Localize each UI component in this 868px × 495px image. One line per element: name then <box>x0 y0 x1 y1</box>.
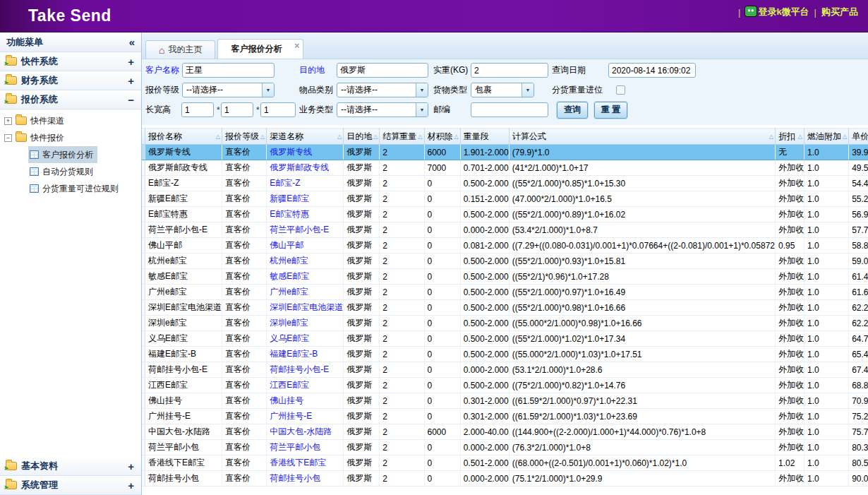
sidebar-section-快件系统[interactable]: ➤快件系统+ <box>0 52 141 71</box>
tree-expander-icon[interactable]: − <box>4 134 12 142</box>
tree-node-快件报价[interactable]: −快件报价 <box>4 129 141 146</box>
tree-expander-icon[interactable]: + <box>4 117 12 125</box>
cell-channel[interactable]: 荷邮挂号小包-E <box>267 362 344 378</box>
cell-channel[interactable]: 中国大包-水陆路 <box>267 424 344 440</box>
sidebar-item-分货重量可进位规则[interactable]: 分货重量可进位规则 <box>28 180 123 197</box>
table-row[interactable]: 广州挂号-E直客价广州挂号-E俄罗斯200.301-2.000((61.59*2… <box>142 409 868 424</box>
table-row[interactable]: 杭州e邮宝直客价杭州e邮宝俄罗斯200.500-2.000((55*2/1.00… <box>142 254 868 269</box>
expand-toggle-icon[interactable]: + <box>128 56 134 68</box>
query-date-input[interactable] <box>608 63 696 78</box>
cell-channel[interactable]: 俄罗斯专线 <box>267 145 344 160</box>
actual-weight-input[interactable] <box>471 63 548 78</box>
table-row[interactable]: 佛山挂号直客价佛山挂号俄罗斯200.301-2.000((61.59*2/1.0… <box>142 393 868 409</box>
table-row[interactable]: 佛山平邮直客价佛山平邮俄罗斯200.081-2.000((7.29+((0.08… <box>142 238 868 254</box>
table-row[interactable]: E邮宝特惠直客价E邮宝特惠俄罗斯200.500-2.000((55*2/1.00… <box>142 207 868 222</box>
cell-channel[interactable]: 深圳E邮宝电池渠道 <box>267 300 344 316</box>
cell-channel[interactable]: 新疆E邮宝 <box>267 191 344 207</box>
chevron-down-icon: ▼ <box>262 83 274 97</box>
sidebar-section-系统管理[interactable]: ➤系统管理+ <box>0 476 141 495</box>
table-row[interactable]: 福建E邮宝-B直客价福建E邮宝-B俄罗斯200.500-2.000((55.00… <box>142 347 868 362</box>
cell-channel[interactable]: E邮宝特惠 <box>267 207 344 222</box>
sidebar-section-报价系统[interactable]: ➤报价系统− <box>0 90 141 109</box>
home-icon: ⌂ <box>159 45 164 55</box>
table-row[interactable]: 俄罗斯专线直客价俄罗斯专线俄罗斯260001.901-2.000(79.9)*1… <box>142 145 868 160</box>
cargo-type-select[interactable]: 包裹▼ <box>471 83 534 97</box>
expand-toggle-icon[interactable]: + <box>128 460 134 472</box>
tree-node-快件渠道[interactable]: +快件渠道 <box>4 112 141 129</box>
login-kwei-link[interactable]: 登录k微平台 <box>745 6 809 18</box>
table-row[interactable]: 深圳E邮宝电池渠道直客价深圳E邮宝电池渠道俄罗斯200.500-2.000((5… <box>142 300 868 316</box>
cell-channel[interactable]: 杭州e邮宝 <box>267 254 344 269</box>
close-icon[interactable]: × <box>294 40 300 51</box>
table-row[interactable]: 义乌E邮宝直客价义乌E邮宝俄罗斯200.500-2.000((55*2/1.00… <box>142 331 868 347</box>
reset-button[interactable]: 重 置 <box>594 102 627 119</box>
column-header-目的地[interactable]: 目的地△ <box>344 129 380 145</box>
table-row[interactable]: 中国大包-水陆路直客价中国大包-水陆路俄罗斯260002.000-40.00((… <box>142 424 868 440</box>
cell-channel[interactable]: 义乌E邮宝 <box>267 331 344 347</box>
tab-客户报价分析[interactable]: 客户报价分析× <box>217 39 303 59</box>
column-header-重量段[interactable]: 重量段 <box>460 129 509 145</box>
column-header-计算公式[interactable]: 计算公式△ <box>509 129 775 145</box>
table-row[interactable]: 香港线下E邮宝直客价香港线下E邮宝俄罗斯200.501-2.000((68.00… <box>142 455 868 471</box>
table-row[interactable]: 敏感E邮宝直客价敏感E邮宝俄罗斯200.500-2.000((55*2/1)*0… <box>142 269 868 285</box>
cell-grade: 直客价 <box>222 440 267 455</box>
table-row[interactable]: 荷邮挂号小包直客价荷邮挂号小包俄罗斯200.000-2.000(75.1*2/1… <box>142 471 868 487</box>
business-type-select[interactable]: --请选择--▼ <box>337 102 428 117</box>
table-row[interactable]: 俄罗斯邮政专线直客价俄罗斯邮政专线俄罗斯270000.701-2.000(41*… <box>142 160 868 176</box>
zipcode-input[interactable] <box>471 102 548 117</box>
search-button[interactable]: 查询 <box>557 102 588 119</box>
column-header-折扣[interactable]: 折扣△ <box>776 129 804 145</box>
cell-channel[interactable]: 福建E邮宝-B <box>267 347 344 362</box>
expand-toggle-icon[interactable]: + <box>128 75 134 87</box>
column-header-材积除[interactable]: 材积除△ <box>424 129 460 145</box>
width-input[interactable] <box>221 102 253 117</box>
cell-channel[interactable]: 佛山平邮 <box>267 238 344 254</box>
expand-toggle-icon[interactable]: − <box>128 94 134 106</box>
cell-channel[interactable]: 荷邮挂号小包 <box>267 471 344 487</box>
cell-channel[interactable]: 佛山挂号 <box>267 393 344 409</box>
length-input[interactable] <box>181 102 214 117</box>
sidebar-section-基本资料[interactable]: ➤基本资料+ <box>0 457 141 476</box>
cell-grade: 直客价 <box>222 409 267 424</box>
expand-toggle-icon[interactable]: + <box>128 479 134 491</box>
cell-channel[interactable]: 香港线下E邮宝 <box>267 455 344 471</box>
cell-channel[interactable]: 深圳e邮宝 <box>267 316 344 331</box>
cell-channel[interactable]: 广州e邮宝 <box>267 285 344 300</box>
height-input[interactable] <box>260 102 296 117</box>
column-header-渠道名称[interactable]: 渠道名称△ <box>267 129 344 145</box>
cell-channel[interactable]: 俄罗斯邮政专线 <box>267 160 344 176</box>
cell-channel[interactable]: 荷兰平邮小包-E <box>267 222 344 238</box>
sidebar-item-客户报价分析[interactable]: 客户报价分析 <box>28 146 97 163</box>
cell-channel[interactable]: 荷兰平邮小包 <box>267 440 344 455</box>
cell-channel[interactable]: 广州挂号-E <box>267 409 344 424</box>
cell-channel[interactable]: 江西E邮宝 <box>267 378 344 393</box>
table-row[interactable]: E邮宝-Z直客价E邮宝-Z俄罗斯200.500-2.000((55*2/1.00… <box>142 176 868 191</box>
table-row[interactable]: 荷邮挂号小包-E直客价荷邮挂号小包-E俄罗斯200.000-2.000(53.1… <box>142 362 868 378</box>
column-header-结算重量[interactable]: 结算重量△ <box>380 129 424 145</box>
column-header-燃油附加[interactable]: 燃油附加△ <box>804 129 849 145</box>
table-row[interactable]: 广州e邮宝直客价广州e邮宝俄罗斯200.500-2.000((55*2/1.00… <box>142 285 868 300</box>
sidebar-item-自动分货规则[interactable]: 自动分货规则 <box>28 163 97 180</box>
cell-channel[interactable]: 敏感E邮宝 <box>267 269 344 285</box>
cell-discount: 外加收 <box>776 393 804 409</box>
customer-name-input[interactable] <box>182 63 275 78</box>
table-row[interactable]: 荷兰平邮小包直客价荷兰平邮小包俄罗斯200.000-2.000(76.3*2/1… <box>142 440 868 455</box>
cell-dest: 俄罗斯 <box>344 471 380 487</box>
column-header-报价等级[interactable]: 报价等级△ <box>222 129 267 145</box>
app-logo: Take Send <box>28 6 111 25</box>
destination-input[interactable] <box>337 63 428 78</box>
column-header-单价[interactable]: 单价 <box>849 129 868 145</box>
table-row[interactable]: 深圳e邮宝直客价深圳e邮宝俄罗斯200.500-2.000((55.000*2/… <box>142 316 868 331</box>
table-row[interactable]: 江西E邮宝直客价江西E邮宝俄罗斯200.500-2.000((75*2/1.00… <box>142 378 868 393</box>
cell-channel[interactable]: E邮宝-Z <box>267 176 344 191</box>
column-header-报价名称[interactable]: 报价名称△ <box>145 129 222 145</box>
sidebar-collapse-icon[interactable]: « <box>129 36 135 48</box>
table-row[interactable]: 新疆E邮宝直客价新疆E邮宝俄罗斯200.151-2.000(47.000*2/1… <box>142 191 868 207</box>
buy-product-link[interactable]: 购买产品 <box>821 6 858 18</box>
sidebar-section-财务系统[interactable]: ➤财务系统+ <box>0 71 141 90</box>
quote-level-select[interactable]: --请选择--▼ <box>182 83 275 97</box>
split-weight-carry-checkbox[interactable] <box>616 85 625 95</box>
tab-我的主页[interactable]: ⌂我的主页 <box>145 40 215 59</box>
item-category-select[interactable]: --请选择--▼ <box>337 83 428 97</box>
table-row[interactable]: 荷兰平邮小包-E直客价荷兰平邮小包-E俄罗斯200.000-2.000(53.4… <box>142 222 868 238</box>
